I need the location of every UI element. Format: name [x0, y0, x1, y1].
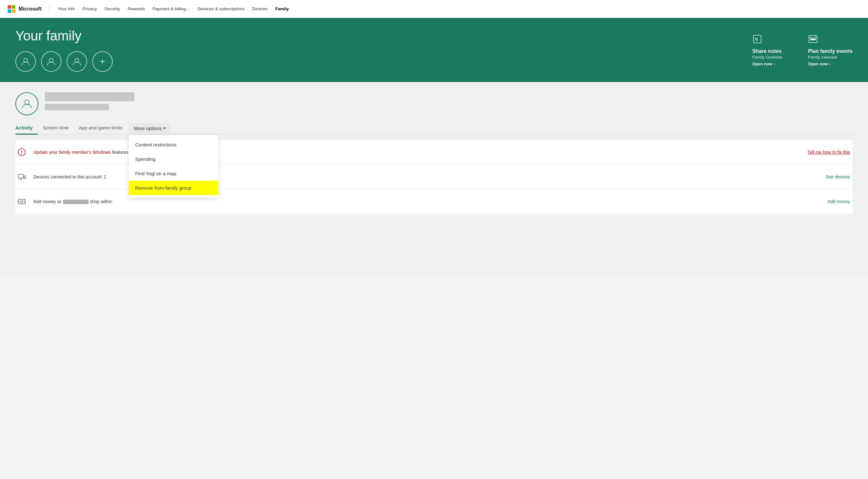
nav-divider	[49, 4, 50, 13]
share-notes-title: Share notes	[752, 49, 782, 54]
more-options-wrapper: More options ▾ Content restrictions Spen…	[129, 123, 170, 133]
warning-icon	[16, 146, 28, 158]
tab-screen-time[interactable]: Screen time	[38, 122, 74, 134]
svg-point-2	[75, 58, 79, 62]
member-card	[16, 92, 852, 115]
nav-link-payment[interactable]: Payment & billing	[149, 5, 193, 12]
logo[interactable]: Microsoft	[8, 5, 42, 13]
dropdown-remove-from-group[interactable]: Remove from family group	[129, 181, 218, 195]
hero-title: Your family	[16, 28, 752, 43]
nav-link-services[interactable]: Services & subscriptions	[194, 5, 248, 12]
family-avatar-3[interactable]	[67, 51, 87, 72]
svg-rect-19	[24, 176, 26, 178]
family-avatar-2[interactable]	[41, 51, 61, 72]
add-family-member-button[interactable]: +	[92, 51, 113, 72]
nav-link-your-info[interactable]: Your info	[55, 5, 78, 12]
member-name-placeholder	[45, 92, 134, 101]
dropdown-spending[interactable]: Spending	[129, 152, 218, 166]
hero-avatars: +	[16, 51, 752, 72]
svg-rect-9	[810, 39, 812, 40]
money-text-suffix: shop within	[90, 199, 113, 204]
more-options-label: More options	[134, 126, 162, 131]
svg-point-21	[21, 201, 23, 203]
more-options-dropdown: Content restrictions Spending Find Yogi …	[129, 135, 218, 198]
add-money-link[interactable]: Add money	[825, 199, 852, 204]
svg-point-12	[25, 100, 29, 104]
tabs: Activity Screen time App and game limits…	[16, 122, 852, 135]
nav-link-family[interactable]: Family	[272, 5, 292, 12]
nav-link-rewards[interactable]: Rewards	[125, 5, 148, 12]
calendar-icon	[808, 34, 852, 47]
svg-point-0	[24, 58, 28, 62]
member-info	[45, 92, 852, 110]
money-text-blurred	[63, 200, 89, 204]
dropdown-find-on-map[interactable]: Find Yogi on a map	[129, 166, 218, 181]
hero-left: Your family +	[16, 28, 752, 72]
hero-features: N Share notes Family OneNote Open now ›	[752, 34, 852, 66]
money-text: Add money sc shop within	[33, 199, 820, 204]
member-avatar	[16, 92, 38, 115]
tell-me-how-link[interactable]: Tell me how to fix this	[805, 150, 852, 155]
svg-rect-11	[814, 39, 815, 40]
nav-bar: Microsoft Your info Privacy Security Rew…	[0, 0, 868, 18]
tab-app-game-limits[interactable]: App and game limits	[74, 122, 127, 134]
nav-link-privacy[interactable]: Privacy	[80, 5, 100, 12]
plan-events-subtitle: Family calendar	[808, 55, 852, 60]
nav-links: Your info Privacy Security Rewards Payme…	[55, 5, 860, 12]
more-options-button[interactable]: More options ▾	[129, 123, 170, 133]
svg-point-1	[49, 58, 53, 62]
plan-events-title: Plan family events	[808, 49, 852, 54]
svg-point-15	[22, 153, 22, 154]
nav-link-security[interactable]: Security	[101, 5, 123, 12]
svg-rect-16	[18, 174, 23, 178]
tabs-container: Activity Screen time App and game limits…	[16, 122, 852, 135]
windows-update-warning: Update your family member's Windows	[33, 150, 111, 155]
device-icon	[16, 171, 28, 183]
hero-banner: Your family +	[0, 18, 868, 82]
nav-link-devices[interactable]: Devices	[249, 5, 271, 12]
main-content: Activity Screen time App and game limits…	[0, 82, 868, 274]
feature-share-notes[interactable]: N Share notes Family OneNote Open now ›	[752, 34, 782, 66]
money-text-prefix: Add money sc	[33, 199, 62, 204]
family-avatar-1[interactable]	[16, 51, 36, 72]
brand-name: Microsoft	[19, 6, 42, 12]
tab-activity[interactable]: Activity	[16, 122, 38, 134]
feature-plan-events[interactable]: Plan family events Family calendar Open …	[808, 34, 852, 66]
onenote-icon: N	[752, 34, 782, 47]
share-notes-link[interactable]: Open now ›	[752, 61, 782, 66]
ms-logo-icon	[8, 5, 16, 13]
svg-text:N: N	[755, 37, 758, 42]
plan-events-link[interactable]: Open now ›	[808, 61, 852, 66]
share-notes-subtitle: Family OneNote	[752, 55, 782, 60]
money-icon	[16, 195, 28, 208]
chevron-down-icon: ▾	[164, 126, 165, 130]
dropdown-content-restrictions[interactable]: Content restrictions	[129, 138, 218, 152]
see-devices-link[interactable]: See devices	[823, 174, 852, 179]
svg-rect-10	[812, 39, 813, 40]
member-detail-placeholder	[45, 104, 109, 110]
